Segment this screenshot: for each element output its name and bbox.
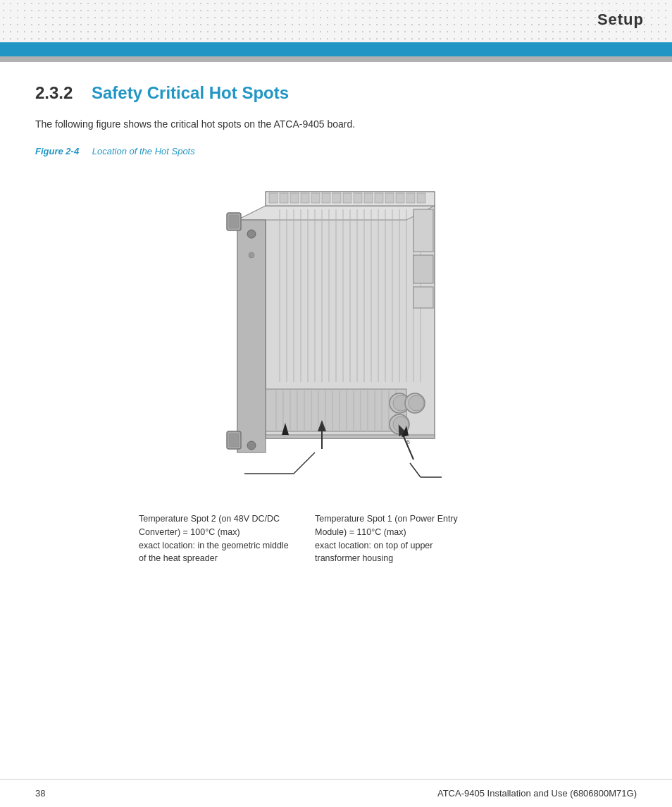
svg-point-71: [247, 230, 256, 238]
svg-rect-35: [364, 193, 373, 203]
figure-caption-text: Location of the Hot Spots: [92, 146, 195, 156]
annotation-spot1-text: Temperature Spot 1 (on Power Entry Modul…: [315, 514, 458, 563]
svg-line-85: [410, 463, 421, 477]
svg-rect-42: [413, 255, 433, 283]
annotation-spot2: Temperature Spot 2 (on 48V DC/DC Convert…: [139, 512, 294, 565]
svg-rect-26: [269, 193, 278, 203]
header: Setup: [0, 0, 672, 56]
svg-rect-34: [354, 193, 362, 203]
svg-rect-29: [301, 193, 309, 203]
svg-rect-39: [406, 193, 415, 203]
figure-label: Figure 2-4: [35, 146, 79, 156]
footer-doc-name: ATCA-9405 Installation and Use (6806800M…: [437, 788, 637, 799]
header-gray-bar: [0, 56, 672, 62]
svg-rect-44: [266, 389, 406, 431]
svg-rect-28: [290, 193, 299, 203]
header-title: Setup: [597, 11, 644, 29]
svg-rect-36: [375, 193, 383, 203]
footer-page-number: 38: [35, 788, 45, 799]
section-title: Safety Critical Hot Spots: [92, 83, 289, 103]
svg-rect-31: [322, 193, 330, 203]
svg-rect-77: [229, 433, 239, 447]
board-svg: 6: [188, 171, 484, 509]
header-dots: [0, 0, 672, 42]
svg-line-83: [294, 452, 315, 474]
figure-container: 6: [35, 171, 637, 565]
svg-rect-37: [385, 193, 394, 203]
svg-rect-75: [229, 215, 239, 228]
figure-caption: Figure 2-4 Location of the Hot Spots: [35, 146, 637, 156]
svg-point-66: [409, 395, 424, 411]
footer: 38 ATCA-9405 Installation and Use (68068…: [0, 779, 672, 807]
svg-rect-41: [413, 209, 433, 252]
svg-point-73: [247, 441, 256, 450]
svg-rect-40: [417, 193, 425, 203]
svg-rect-38: [396, 193, 404, 203]
intro-text: The following figure shows the critical …: [35, 117, 637, 132]
svg-rect-30: [311, 193, 320, 203]
svg-rect-43: [413, 287, 433, 308]
annotation-spot2-text: Temperature Spot 2 (on 48V DC/DC Convert…: [139, 514, 289, 563]
svg-point-72: [249, 252, 254, 258]
svg-rect-33: [343, 193, 351, 203]
header-blue-bar: [0, 42, 672, 56]
main-content: 2.3.2 Safety Critical Hot Spots The foll…: [0, 62, 672, 608]
svg-rect-32: [332, 193, 341, 203]
section-number: 2.3.2: [35, 83, 77, 103]
annotation-spot1: Temperature Spot 1 (on Power Entry Modul…: [315, 512, 470, 565]
svg-rect-27: [280, 193, 288, 203]
annotation-container: Temperature Spot 2 (on 48V DC/DC Convert…: [118, 512, 554, 565]
section-heading: 2.3.2 Safety Critical Hot Spots: [35, 83, 637, 103]
board-illustration: 6: [35, 171, 637, 509]
